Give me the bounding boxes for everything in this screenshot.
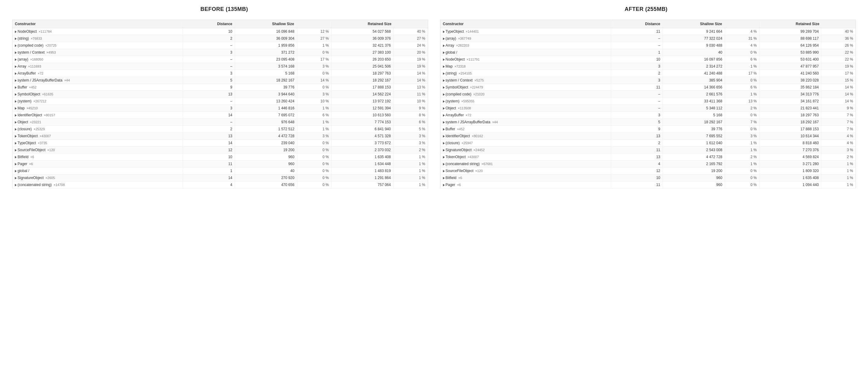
expand-icon[interactable] — [15, 163, 17, 165]
expand-icon[interactable] — [443, 142, 445, 145]
cell-constructor[interactable]: Object ×113508 — [440, 105, 611, 112]
cell-constructor[interactable]: SymbolObject ×224479 — [440, 84, 611, 91]
expand-icon[interactable] — [15, 114, 17, 117]
cell-constructor[interactable]: Map ×45210 — [12, 105, 183, 112]
cell-constructor[interactable]: system / Context ×4953 — [12, 49, 183, 56]
cell-constructor[interactable]: (string) ×76833 — [12, 35, 183, 42]
expand-icon[interactable] — [443, 65, 445, 68]
cell-constructor[interactable]: (compiled code) ×21020 — [440, 91, 611, 98]
expand-icon[interactable] — [443, 79, 445, 82]
cell-constructor[interactable]: (array) ×367749 — [440, 35, 611, 42]
cell-constructor[interactable]: TypeObject ×144401 — [440, 28, 611, 35]
cell-constructor[interactable]: IdentifierObject ×80162 — [440, 133, 611, 140]
cell-constructor[interactable]: SymbolObject ×61635 — [12, 91, 183, 98]
expand-icon[interactable] — [15, 44, 17, 47]
cell-constructor[interactable]: Object ×23221 — [12, 119, 183, 126]
expand-icon[interactable] — [443, 170, 445, 172]
expand-icon[interactable] — [15, 65, 17, 68]
cell-constructor[interactable]: Pager ×6 — [440, 182, 611, 188]
expand-icon[interactable] — [15, 107, 17, 110]
after-col-constructor[interactable]: Constructor — [440, 20, 611, 28]
expand-icon[interactable] — [15, 121, 17, 124]
cell-constructor[interactable]: TokenObject ×43007 — [12, 133, 183, 140]
cell-constructor[interactable]: (compiled code) ×20725 — [12, 42, 183, 49]
expand-icon[interactable] — [443, 149, 445, 152]
cell-constructor[interactable]: Buffer ×452 — [12, 84, 183, 91]
expand-icon[interactable] — [443, 177, 445, 179]
cell-constructor[interactable]: (string) ×254105 — [440, 70, 611, 77]
expand-icon[interactable] — [443, 72, 445, 75]
expand-icon[interactable] — [443, 121, 445, 124]
cell-constructor[interactable]: TokenObject ×43007 — [440, 154, 611, 161]
cell-constructor[interactable]: Buffer ×452 — [440, 126, 611, 133]
cell-constructor[interactable]: (concatenated string) ×14708 — [12, 182, 183, 188]
cell-constructor[interactable]: Map ×72318 — [440, 63, 611, 70]
cell-constructor[interactable]: global / — [440, 49, 611, 56]
expand-icon[interactable] — [443, 128, 445, 131]
expand-icon[interactable] — [443, 52, 445, 54]
cell-constructor[interactable]: Array ×282203 — [440, 42, 611, 49]
cell-constructor[interactable]: SignatureObject ×24452 — [440, 147, 611, 154]
expand-icon[interactable] — [15, 184, 17, 186]
cell-constructor[interactable]: (array) ×168050 — [12, 56, 183, 63]
before-col-retained[interactable]: Retained Size — [332, 20, 428, 28]
cell-constructor[interactable]: SourceFileObject ×120 — [12, 147, 183, 154]
cell-constructor[interactable]: TypeObject ×3735 — [12, 140, 183, 147]
cell-constructor[interactable]: global / — [12, 167, 183, 174]
cell-constructor[interactable]: (system) ×267212 — [12, 98, 183, 105]
expand-icon[interactable] — [15, 170, 17, 172]
expand-icon[interactable] — [15, 59, 17, 61]
expand-icon[interactable] — [443, 100, 445, 103]
expand-icon[interactable] — [15, 52, 17, 54]
expand-icon[interactable] — [15, 38, 17, 40]
cell-constructor[interactable]: SourceFileObject ×120 — [440, 167, 611, 174]
expand-icon[interactable] — [15, 31, 17, 33]
cell-constructor[interactable]: Array ×111693 — [12, 63, 183, 70]
cell-constructor[interactable]: SignatureObject ×2605 — [12, 174, 183, 182]
cell-constructor[interactable]: Bitfield ×6 — [440, 174, 611, 182]
after-col-shallow[interactable]: Shallow Size — [663, 20, 759, 28]
cell-constructor[interactable]: NodeObject ×111791 — [440, 56, 611, 63]
cell-constructor[interactable]: ArrayBuffer ×72 — [440, 112, 611, 119]
cell-constructor[interactable]: (system) ×595055 — [440, 98, 611, 105]
expand-icon[interactable] — [15, 86, 17, 89]
expand-icon[interactable] — [15, 177, 17, 179]
before-col-shallow[interactable]: Shallow Size — [235, 20, 331, 28]
expand-icon[interactable] — [443, 135, 445, 137]
cell-constructor[interactable]: IdentifierObject ×80157 — [12, 112, 183, 119]
cell-constructor[interactable]: NodeObject ×111784 — [12, 28, 183, 35]
cell-constructor[interactable]: ArrayBuffer ×72 — [12, 70, 183, 77]
expand-icon[interactable] — [15, 100, 17, 103]
expand-icon[interactable] — [443, 114, 445, 117]
cell-constructor[interactable]: system / Context ×5275 — [440, 77, 611, 84]
expand-icon[interactable] — [15, 93, 17, 96]
expand-icon[interactable] — [15, 128, 17, 131]
expand-icon[interactable] — [15, 149, 17, 152]
expand-icon[interactable] — [15, 135, 17, 137]
cell-constructor[interactable]: (closure) ×25947 — [440, 140, 611, 147]
expand-icon[interactable] — [443, 107, 445, 110]
after-col-retained[interactable]: Retained Size — [759, 20, 856, 28]
after-col-distance[interactable]: Distance — [611, 20, 663, 28]
expand-icon[interactable] — [15, 79, 17, 82]
expand-icon[interactable] — [443, 156, 445, 158]
expand-icon[interactable] — [443, 38, 445, 40]
before-col-constructor[interactable]: Constructor — [12, 20, 183, 28]
before-col-distance[interactable]: Distance — [183, 20, 235, 28]
expand-icon[interactable] — [15, 142, 17, 145]
expand-icon[interactable] — [443, 184, 445, 186]
cell-constructor[interactable]: (concatenated string) ×67681 — [440, 161, 611, 167]
expand-icon[interactable] — [15, 72, 17, 75]
cell-constructor[interactable]: system / JSArrayBufferData ×44 — [440, 119, 611, 126]
expand-icon[interactable] — [443, 86, 445, 89]
cell-constructor[interactable]: Pager ×6 — [12, 161, 183, 167]
expand-icon[interactable] — [443, 59, 445, 61]
cell-constructor[interactable]: system / JSArrayBufferData ×44 — [12, 77, 183, 84]
cell-constructor[interactable]: Bitfield ×6 — [12, 154, 183, 161]
cell-constructor[interactable]: (closure) ×25329 — [12, 126, 183, 133]
expand-icon[interactable] — [443, 31, 445, 33]
expand-icon[interactable] — [15, 156, 17, 158]
expand-icon[interactable] — [443, 93, 445, 96]
expand-icon[interactable] — [443, 44, 445, 47]
expand-icon[interactable] — [443, 163, 445, 165]
